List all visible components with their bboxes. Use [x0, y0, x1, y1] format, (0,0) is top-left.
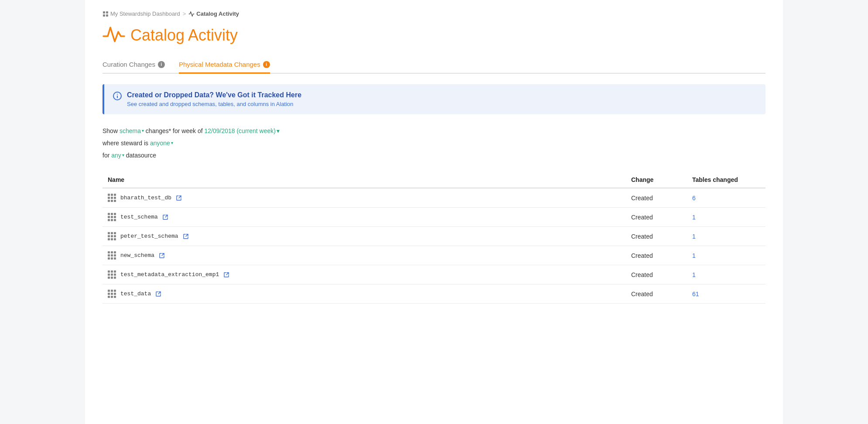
external-link-icon[interactable] [183, 233, 189, 239]
table-cell-change: Created [626, 265, 687, 284]
tab-physical-label: Physical Metadata Changes [179, 61, 260, 68]
tab-physical[interactable]: Physical Metadata Changes i [179, 57, 270, 74]
row-name-cell: test_data [108, 290, 621, 298]
row-name-text: peter_test_schema [120, 233, 178, 239]
row-name-cell: test_schema [108, 213, 621, 221]
table-cell-change: Created [626, 246, 687, 265]
breadcrumb-current: Catalog Activity [188, 10, 239, 17]
datasource-dropdown[interactable]: any ▾ [111, 149, 124, 161]
date-dropdown[interactable]: 12/09/2018 (current week) ▾ [204, 125, 279, 137]
schema-grid-icon [108, 213, 116, 221]
filter-row-3: for any ▾ datasource [103, 149, 765, 161]
table-row: new_schema Created1 [103, 246, 765, 265]
schema-dropdown[interactable]: schema ▾ [120, 125, 144, 137]
external-link-icon[interactable] [176, 195, 182, 201]
table-cell-tables-changed: 61 [687, 284, 765, 304]
col-change-header: Change [626, 172, 687, 188]
info-banner-title: Created or Dropped Data? We've Got it Tr… [127, 91, 301, 99]
row-name-text: test_data [120, 291, 151, 297]
table-row: test_metadata_extraction_emp1 Created1 [103, 265, 765, 284]
table-cell-name: test_metadata_extraction_emp1 [103, 265, 626, 284]
table-cell-tables-changed: 1 [687, 208, 765, 227]
curation-info-icon[interactable]: i [158, 61, 165, 68]
tables-changed-link[interactable]: 1 [692, 252, 696, 259]
schema-grid-icon [108, 232, 116, 240]
tabs-container: Curation Changes i Physical Metadata Cha… [103, 57, 765, 74]
col-tables-header: Tables changed [687, 172, 765, 188]
info-banner-subtitle: See created and dropped schemas, tables,… [127, 101, 301, 107]
info-banner-icon [113, 92, 122, 103]
tables-changed-link[interactable]: 6 [692, 195, 696, 202]
date-chevron: ▾ [277, 125, 280, 137]
where-label: where steward is [103, 140, 148, 147]
table-cell-tables-changed: 6 [687, 188, 765, 208]
page-container: My Stewardship Dashboard > Catalog Activ… [85, 0, 783, 424]
tables-changed-link[interactable]: 1 [692, 214, 696, 221]
steward-dropdown[interactable]: anyone ▾ [150, 137, 173, 149]
row-name-cell: bharath_test_db [108, 194, 621, 202]
svg-rect-5 [117, 96, 118, 98]
table-header: Name Change Tables changed [103, 172, 765, 188]
schema-grid-icon [108, 290, 116, 298]
info-banner-content: Created or Dropped Data? We've Got it Tr… [127, 91, 301, 107]
schema-grid-icon [108, 194, 116, 202]
external-link-icon[interactable] [162, 214, 168, 220]
table-cell-name: bharath_test_db [103, 188, 626, 208]
breadcrumb-parent-label: My Stewardship Dashboard [110, 10, 180, 17]
table-row: test_data Created61 [103, 284, 765, 304]
steward-chevron: ▾ [171, 139, 173, 147]
info-banner: Created or Dropped Data? We've Got it Tr… [103, 84, 765, 114]
table-section: Name Change Tables changed bharath_test_… [103, 172, 765, 304]
table-cell-name: new_schema [103, 246, 626, 265]
table-row: peter_test_schema Created1 [103, 227, 765, 246]
physical-info-icon[interactable]: i [263, 61, 270, 68]
svg-rect-6 [117, 94, 118, 95]
table-cell-tables-changed: 1 [687, 227, 765, 246]
tables-changed-link[interactable]: 1 [692, 233, 696, 240]
table-cell-tables-changed: 1 [687, 265, 765, 284]
svg-rect-1 [106, 11, 108, 14]
external-link-icon[interactable] [223, 272, 229, 278]
catalog-activity-icon [103, 24, 125, 44]
dashboard-icon [103, 11, 109, 17]
tables-changed-link[interactable]: 61 [692, 291, 699, 297]
table-cell-change: Created [626, 284, 687, 304]
table-cell-change: Created [626, 208, 687, 227]
external-link-icon[interactable] [159, 253, 165, 259]
changes-label: changes* for week of [146, 127, 203, 134]
filter-row-2: where steward is anyone ▾ [103, 137, 765, 149]
schema-grid-icon [108, 270, 116, 279]
table-cell-name: peter_test_schema [103, 227, 626, 246]
breadcrumb-separator: > [183, 10, 186, 17]
row-name-text: new_schema [120, 252, 154, 259]
svg-rect-3 [106, 14, 108, 17]
table-cell-change: Created [626, 227, 687, 246]
show-label: Show [103, 127, 118, 134]
row-name-text: bharath_test_db [120, 195, 171, 201]
row-name-cell: new_schema [108, 251, 621, 260]
datasource-label: datasource [126, 152, 156, 159]
svg-rect-2 [103, 14, 105, 17]
page-header: Catalog Activity [103, 24, 765, 47]
tables-changed-link[interactable]: 1 [692, 271, 696, 278]
row-name-cell: peter_test_schema [108, 232, 621, 240]
for-label: for [103, 152, 109, 159]
breadcrumb-parent-link[interactable]: My Stewardship Dashboard [103, 10, 180, 17]
page-title: Catalog Activity [130, 26, 238, 44]
tab-curation[interactable]: Curation Changes i [103, 57, 165, 74]
schema-grid-icon [108, 251, 116, 260]
row-name-text: test_metadata_extraction_emp1 [120, 271, 219, 278]
activity-icon-breadcrumb [188, 11, 195, 17]
table-cell-change: Created [626, 188, 687, 208]
filter-row-1: Show schema ▾ changes* for week of 12/09… [103, 125, 765, 137]
table-cell-name: test_data [103, 284, 626, 304]
datasource-chevron: ▾ [122, 151, 124, 160]
breadcrumb-current-label: Catalog Activity [196, 10, 239, 17]
row-name-text: test_schema [120, 214, 158, 220]
table-body: bharath_test_db Created6test_schema Crea… [103, 188, 765, 304]
schema-chevron: ▾ [142, 127, 144, 135]
table-cell-tables-changed: 1 [687, 246, 765, 265]
data-table: Name Change Tables changed bharath_test_… [103, 172, 765, 304]
row-name-cell: test_metadata_extraction_emp1 [108, 270, 621, 279]
external-link-icon[interactable] [155, 291, 161, 297]
